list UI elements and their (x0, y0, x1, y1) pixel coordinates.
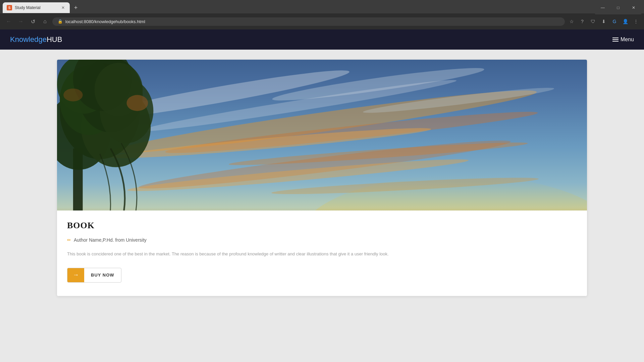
address-bar: ← → ↺ ⌂ 🔒 localhost:8080/knowledgehub/bo… (0, 13, 644, 29)
tab-favicon: S (7, 5, 12, 10)
extension-icon-2[interactable]: 🛡 (589, 17, 597, 25)
back-button[interactable]: ← (4, 17, 13, 26)
main-content: BOOK ✏ Author Name,P.Hd. from University… (0, 50, 644, 362)
buy-now-button[interactable]: → BUY NOW (67, 268, 121, 283)
browser-chrome: S Study Material ✕ + — □ ✕ ← → ↺ ⌂ 🔒 loc… (0, 0, 644, 29)
tab-title: Study Material (15, 5, 58, 10)
home-button[interactable]: ⌂ (40, 17, 50, 26)
minimize-button[interactable]: — (595, 1, 610, 14)
url-text: localhost:8080/knowledgehub/books.html (65, 19, 145, 24)
active-tab[interactable]: S Study Material ✕ (3, 2, 70, 13)
extension-icon-3[interactable]: ⬇ (600, 17, 608, 25)
book-description: This book is concidered one of the best … (67, 251, 577, 258)
book-card: BOOK ✏ Author Name,P.Hd. from University… (57, 60, 587, 296)
extension-icon-1[interactable]: ? (578, 17, 586, 25)
svg-point-29 (63, 88, 83, 101)
forward-button[interactable]: → (16, 17, 25, 26)
buy-button-container: → BUY NOW (67, 268, 577, 283)
extension-icon-4[interactable]: G (610, 17, 619, 25)
site-logo: KnowledgeHUB (10, 35, 62, 44)
tab-bar: S Study Material ✕ + — □ ✕ (0, 0, 644, 13)
svg-point-28 (126, 95, 148, 111)
refresh-button[interactable]: ↺ (28, 17, 38, 26)
buy-now-label: BUY NOW (84, 273, 121, 278)
bookmark-icon[interactable]: ☆ (568, 17, 576, 25)
logo-hub: HUB (47, 35, 62, 44)
author-edit-icon: ✏ (67, 237, 71, 243)
hamburger-icon (612, 38, 619, 42)
menu-dots-icon[interactable]: ⋮ (632, 17, 640, 25)
book-hero-image (57, 60, 587, 210)
menu-button[interactable]: Menu (612, 37, 634, 43)
extension-icon-5[interactable]: 👤 (621, 17, 629, 25)
new-tab-button[interactable]: + (71, 3, 80, 12)
tab-close-button[interactable]: ✕ (60, 5, 66, 10)
menu-label: Menu (621, 37, 634, 43)
address-bar-actions: ☆ ? 🛡 ⬇ G 👤 ⋮ (568, 17, 640, 25)
site-header: KnowledgeHUB Menu (0, 29, 644, 50)
url-bar[interactable]: 🔒 localhost:8080/knowledgehub/books.html (52, 17, 565, 26)
buy-arrow-icon: → (67, 268, 84, 282)
window-controls: — □ ✕ (595, 1, 641, 14)
book-author-row: ✏ Author Name,P.Hd. from University (67, 237, 577, 243)
lock-icon: 🔒 (58, 19, 63, 24)
logo-knowledge: Knowledge (10, 35, 47, 44)
book-details: BOOK ✏ Author Name,P.Hd. from University… (57, 210, 587, 296)
close-button[interactable]: ✕ (626, 1, 641, 14)
author-name: Author Name,P.Hd. from University (74, 237, 147, 243)
book-title: BOOK (67, 221, 577, 231)
maximize-button[interactable]: □ (610, 1, 626, 14)
